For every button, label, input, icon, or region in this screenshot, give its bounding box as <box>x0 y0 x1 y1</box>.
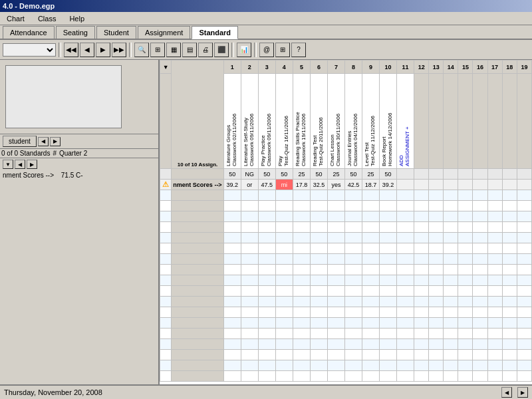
max-label <box>172 169 224 180</box>
col-num-17: 17 <box>487 61 502 74</box>
toolbar-dropdown[interactable] <box>3 43 56 57</box>
grid-container[interactable]: ▼ 10 of 10 Assign. 1 2 3 4 5 6 7 8 9 10 … <box>160 60 532 384</box>
col-num-19: 19 <box>517 61 531 74</box>
main-area: student ◀ ▶ 0 of 0 Standards # Quarter 2… <box>0 60 532 384</box>
avg-12 <box>414 180 429 190</box>
nav-right[interactable]: ▶ <box>27 160 37 169</box>
left-preview <box>5 65 122 128</box>
menu-help[interactable]: Help <box>65 13 88 24</box>
toolbar-btn-back[interactable]: ◀◀ <box>64 43 78 57</box>
max-2[interactable]: NG <box>241 169 258 180</box>
toolbar-btn-view1[interactable]: ▦ <box>166 43 181 57</box>
toolbar-btn-action[interactable]: ⬛ <box>214 43 229 57</box>
avg-4[interactable]: mi <box>275 180 293 190</box>
nav-arrows: ▼ ◀ ▶ <box>0 158 158 170</box>
scroll-right[interactable]: ▶ <box>517 387 528 398</box>
standards-hash: # <box>53 150 57 157</box>
col-num-2: 2 <box>241 61 258 74</box>
tab-assignment[interactable]: Assignment <box>138 26 190 39</box>
max-9[interactable]: 25 <box>362 169 380 180</box>
avg-19 <box>517 180 531 190</box>
quarter-label: Quarter 2 <box>59 150 87 157</box>
row-label <box>172 190 224 201</box>
assign-header: 10 of 10 Assign. <box>172 61 224 169</box>
max-3[interactable]: 50 <box>258 169 275 180</box>
table-row <box>160 329 532 339</box>
avg-15 <box>458 180 473 190</box>
tab-student[interactable]: Student <box>96 26 136 39</box>
status-date: Thursday, November 20, 2008 <box>4 388 102 396</box>
menu-class[interactable]: Class <box>34 13 61 24</box>
max-7[interactable]: 25 <box>327 169 344 180</box>
toolbar-btn-next[interactable]: ▶ <box>96 43 110 57</box>
toolbar-btn-forward[interactable]: ▶▶ <box>112 43 126 57</box>
avg-2[interactable]: or <box>241 180 258 190</box>
col-header-9: Level TestTest-Quiz 11/12/2006 <box>362 74 380 169</box>
std-scores: nment Scores --> 71.5 C- <box>0 170 158 180</box>
max-1[interactable]: 50 <box>223 169 241 180</box>
toolbar-btn-chart[interactable]: 📊 <box>237 43 251 57</box>
table-row <box>160 190 532 201</box>
nav-down[interactable]: ▼ <box>3 160 13 169</box>
avg-10[interactable]: 39.2 <box>380 180 397 190</box>
max-16 <box>473 169 487 180</box>
avg-label: nment Scores --> <box>172 180 224 190</box>
max-4[interactable]: 50 <box>275 169 293 180</box>
menu-bar: Chart Class Help <box>0 12 532 25</box>
tab-seating[interactable]: Seating <box>56 26 95 39</box>
toolbar-btn-at[interactable]: @ <box>259 43 274 57</box>
max-6[interactable]: 50 <box>310 169 327 180</box>
max-8[interactable]: 50 <box>344 169 362 180</box>
student-tab[interactable]: student <box>3 136 37 147</box>
student-nav: student ◀ ▶ <box>0 134 158 148</box>
avg-7[interactable]: yes <box>327 180 344 190</box>
col-header-empty-1 <box>414 74 429 169</box>
table-row <box>160 339 532 350</box>
max-indicator <box>160 169 172 180</box>
col-num-15: 15 <box>458 61 473 74</box>
menu-chart[interactable]: Chart <box>3 13 29 24</box>
table-row <box>160 371 532 382</box>
avg-6[interactable]: 32.5 <box>310 180 327 190</box>
max-19 <box>517 169 531 180</box>
toolbar-btn-zoom[interactable]: 🔍 <box>134 43 149 57</box>
toolbar-btn-prev[interactable]: ◀ <box>80 43 94 57</box>
table-row <box>160 307 532 318</box>
table-row <box>160 275 532 286</box>
table-row <box>160 211 532 222</box>
grade-grid: ▼ 10 of 10 Assign. 1 2 3 4 5 6 7 8 9 10 … <box>160 60 532 382</box>
nav-next-student[interactable]: ▶ <box>50 137 61 146</box>
avg-9[interactable]: 18.7 <box>362 180 380 190</box>
col-header-8: Journal EntriesClasswork 04/12/2006 <box>344 74 362 169</box>
avg-3[interactable]: 47.5 <box>258 180 275 190</box>
toolbar-btn-fit[interactable]: ⊞ <box>150 43 165 57</box>
col-num-9: 9 <box>362 61 380 74</box>
col-header-2: Literature Self-StudyClasswork 09/11/200… <box>241 74 258 169</box>
avg-1[interactable]: 39.2 <box>223 180 241 190</box>
avg-17 <box>487 180 502 190</box>
standards-count: 0 of 0 Standards <box>1 150 50 157</box>
toolbar-btn-view2[interactable]: ▤ <box>182 43 197 57</box>
toolbar-btn-grid[interactable]: ⊞ <box>275 43 290 57</box>
max-10[interactable]: 50 <box>380 169 397 180</box>
status-bar: Thursday, November 20, 2008 ◀ ▶ <box>0 384 532 399</box>
toolbar-sep-2 <box>129 43 132 57</box>
toolbar-btn-help[interactable]: ? <box>291 43 306 57</box>
table-row <box>160 265 532 275</box>
nav-prev-student[interactable]: ◀ <box>38 137 49 146</box>
avg-5[interactable]: 17.8 <box>293 180 310 190</box>
avg-8[interactable]: 42.5 <box>344 180 362 190</box>
tab-standard[interactable]: Standard <box>192 26 238 39</box>
col-header-empty-5 <box>473 74 487 169</box>
max-14 <box>444 169 458 180</box>
max-5[interactable]: 25 <box>293 169 310 180</box>
nav-left[interactable]: ◀ <box>15 160 25 169</box>
tab-attendance[interactable]: Attendance <box>3 26 55 39</box>
col-header-add[interactable]: ADDASSIGNMENT + <box>397 74 414 169</box>
toolbar-btn-print[interactable]: 🖨 <box>198 43 213 57</box>
col-header-empty-7 <box>502 74 517 169</box>
col-header-5: Reading Skills PracticeClasswork 19/11/2… <box>293 74 310 169</box>
scroll-left[interactable]: ◀ <box>501 387 512 398</box>
col-num-10: 10 <box>380 61 397 74</box>
toolbar-sep-3 <box>231 43 234 57</box>
